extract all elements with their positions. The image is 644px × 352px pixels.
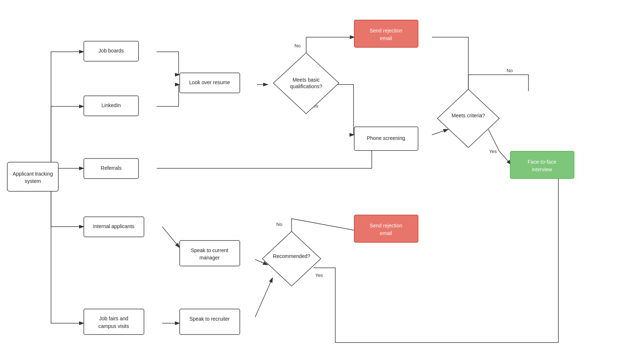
speak-recruiter-node [180, 309, 240, 335]
ats-label2: system [25, 178, 41, 184]
svg-text:Yes: Yes [315, 273, 323, 278]
linkedin-label: LinkedIn [102, 102, 121, 108]
speak-current-manager-node [180, 240, 240, 266]
speak-recruiter-label1: Speak to recruiter [190, 316, 230, 322]
phone-screening-label: Phone screening [367, 135, 405, 141]
job-fairs-label1: Job fairs and [99, 316, 128, 321]
send-rejection-1-node [354, 20, 418, 47]
job-fairs-label2: campus visits [98, 323, 129, 329]
face-to-face-node [510, 151, 574, 179]
referrals-label: Referrals [101, 165, 122, 171]
meets-basic-label2: qualifications? [290, 83, 323, 89]
face-to-face-label2: interview [532, 167, 552, 172]
ats-label: Applicant tracking [13, 171, 53, 177]
send-rejection-1-label2: email [380, 35, 392, 41]
ats-node [7, 162, 58, 191]
recommended-label1: Recommended? [273, 253, 311, 259]
send-rejection-2-node [354, 215, 418, 242]
send-rejection-2-label2: email [380, 230, 392, 236]
svg-text:Yes: Yes [489, 149, 497, 154]
svg-text:No: No [276, 222, 282, 227]
speak-current-manager-label1: Speak to current [191, 247, 229, 253]
look-over-resume-label: Look over resume [189, 79, 230, 85]
svg-text:No: No [507, 68, 513, 73]
meets-basic-label1: Meets basic [293, 77, 320, 83]
job-fairs-node [84, 309, 144, 335]
send-rejection-2-label1: Send rejection [370, 223, 402, 228]
meets-criteria-label1: Meets criteria? [452, 113, 485, 118]
face-to-face-label1: Face-to-face [528, 159, 557, 165]
job-boards-label: Job boards [98, 48, 124, 54]
meets-criteria-node [437, 89, 499, 148]
internal-applicants-label: Internal applicants [93, 223, 134, 229]
speak-current-manager-label2: manager [199, 255, 220, 261]
send-rejection-1-label1: Send rejection [370, 28, 402, 34]
svg-text:No: No [294, 43, 301, 48]
